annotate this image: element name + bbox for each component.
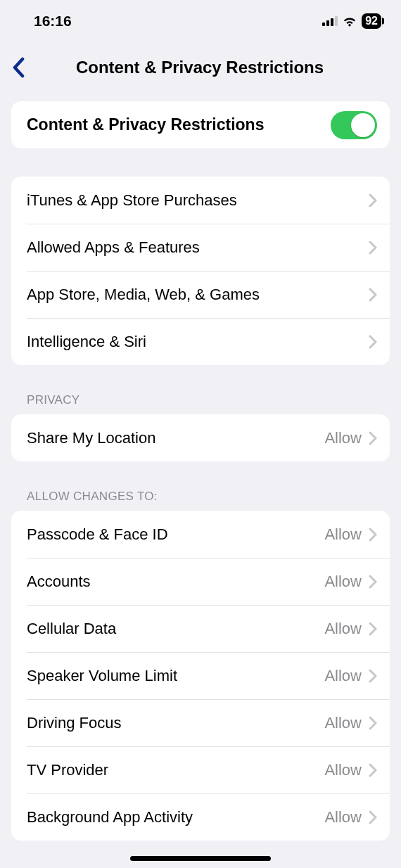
chevron-right-icon [369,622,377,636]
row-label: App Store, Media, Web, & Games [27,286,369,304]
row-value: Allow [324,573,362,591]
row-label: Intelligence & Siri [27,333,369,351]
back-button[interactable] [10,55,27,80]
row-value: Allow [324,620,362,638]
status-bar: 16:16 92 [0,0,401,42]
row-value: Allow [324,525,362,544]
chevron-right-icon [369,575,377,589]
nav-header: Content & Privacy Restrictions [0,42,401,101]
row-label: Driving Focus [27,714,324,732]
svg-rect-0 [322,23,325,26]
restrictions-toggle-row[interactable]: Content & Privacy Restrictions [11,101,390,148]
row-value: Allow [324,667,362,685]
row-label: TV Provider [27,761,324,779]
home-indicator[interactable] [130,856,271,861]
chevron-right-icon [369,241,377,255]
chevron-right-icon [369,810,377,824]
row-share-location[interactable]: Share My Location Allow [11,414,390,461]
section-toggle: Content & Privacy Restrictions [11,101,390,148]
row-label: Background App Activity [27,808,324,826]
chevron-right-icon [369,431,377,445]
toggle-label: Content & Privacy Restrictions [27,115,331,134]
battery-indicator: 92 [362,13,381,29]
section-privacy: Privacy Share My Location Allow [11,393,390,461]
row-label: Passcode & Face ID [27,525,324,544]
row-driving-focus[interactable]: Driving Focus Allow [11,699,390,746]
chevron-right-icon [369,193,377,208]
row-label: Share My Location [27,429,324,447]
row-speaker-volume[interactable]: Speaker Volume Limit Allow [11,652,390,699]
row-label: Accounts [27,573,324,591]
chevron-left-icon [12,57,25,78]
row-label: iTunes & App Store Purchases [27,191,369,210]
status-time: 16:16 [34,13,72,30]
page-title: Content & Privacy Restrictions [34,58,387,77]
chevron-right-icon [369,288,377,302]
svg-rect-2 [331,18,333,26]
row-value: Allow [324,808,362,826]
svg-rect-1 [326,20,329,26]
row-passcode-faceid[interactable]: Passcode & Face ID Allow [11,511,390,558]
chevron-right-icon [369,763,377,777]
status-right: 92 [322,13,381,29]
row-label: Allowed Apps & Features [27,238,369,257]
chevron-right-icon [369,528,377,542]
row-tv-provider[interactable]: TV Provider Allow [11,746,390,793]
cellular-signal-icon [322,16,338,26]
row-value: Allow [324,761,362,779]
row-appstore-media-web[interactable]: App Store, Media, Web, & Games [11,271,390,318]
row-intelligence-siri[interactable]: Intelligence & Siri [11,318,390,365]
section-header-privacy: Privacy [27,393,390,407]
svg-rect-3 [335,16,338,26]
section-header-changes: Allow changes to: [27,490,390,504]
chevron-right-icon [369,716,377,730]
row-label: Speaker Volume Limit [27,667,324,685]
row-accounts[interactable]: Accounts Allow [11,558,390,605]
row-itunes-appstore[interactable]: iTunes & App Store Purchases [11,177,390,224]
wifi-icon [342,15,357,27]
row-background-app-activity[interactable]: Background App Activity Allow [11,793,390,841]
row-value: Allow [324,429,362,447]
row-label: Cellular Data [27,620,324,638]
section-main: iTunes & App Store Purchases Allowed App… [11,177,390,365]
chevron-right-icon [369,669,377,683]
restrictions-toggle[interactable] [331,111,377,139]
chevron-right-icon [369,335,377,349]
row-allowed-apps[interactable]: Allowed Apps & Features [11,224,390,271]
section-changes: Allow changes to: Passcode & Face ID All… [11,490,390,841]
row-value: Allow [324,714,362,732]
row-cellular-data[interactable]: Cellular Data Allow [11,605,390,652]
